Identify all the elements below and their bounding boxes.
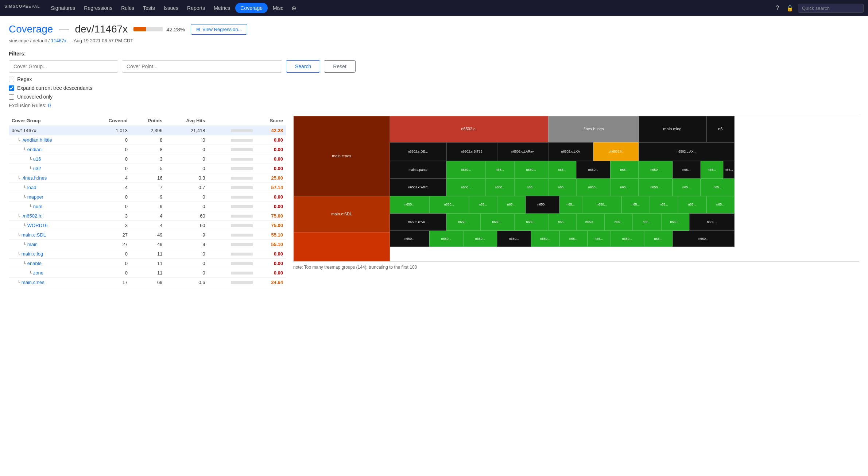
treemap-cell[interactable]: n6502.c. [390,116,548,142]
treemap-cell[interactable]: n6502.c:DE... [390,142,446,161]
cover-group-input[interactable] [9,60,118,73]
nav-tests[interactable]: Tests [139,3,159,13]
nav-coverage[interactable]: Coverage [235,3,268,13]
nav-rules[interactable]: Rules [117,3,138,13]
nav-issues[interactable]: Issues [160,3,182,13]
treemap-cell[interactable]: n65... [633,214,661,231]
treemap-cell[interactable]: n650... [576,178,610,196]
treemap-cell[interactable]: n6502.c:BIT16 [446,142,497,161]
table-row[interactable]: └ mapper0900.00 [9,192,286,202]
treemap-cell[interactable]: n65... [610,178,639,196]
treemap-cell[interactable]: n6502.c:LARay [497,142,548,161]
nav-misc[interactable]: Misc [269,3,287,13]
row-name-link[interactable]: mapper [27,194,43,200]
treemap-cell[interactable]: n650... [531,231,559,247]
treemap-cell[interactable]: n650... [390,231,430,247]
treemap-cell[interactable]: n650... [639,161,673,178]
treemap-cell[interactable]: n6502.c:AX... [390,214,446,231]
treemap-cell[interactable]: n65... [610,161,639,178]
treemap-cell[interactable]: n65... [644,231,673,247]
table-row[interactable]: └ main.c:log01100.00 [9,249,286,259]
treemap-cell[interactable]: n650... [390,196,430,214]
treemap-cell[interactable]: n650... [429,196,469,214]
table-row[interactable]: └ main.c:nes17690.624.64 [9,278,286,287]
treemap-cell[interactable]: n650... [429,231,463,247]
treemap-cell[interactable]: n650... [639,178,673,196]
treemap-cell[interactable]: n65... [559,231,588,247]
row-name-link[interactable]: zone [33,270,43,276]
treemap-cell[interactable]: n6502.c:ARR [390,178,446,196]
row-name-link[interactable]: u16 [33,156,41,162]
treemap-cell[interactable]: n650... [514,214,548,231]
treemap-cell[interactable]: main.c:SDL [294,196,390,233]
treemap-cell[interactable]: n65... [678,196,706,214]
row-name-link[interactable]: load [27,185,36,190]
treemap-cell[interactable]: n65... [559,196,582,214]
table-row[interactable]: └ enable01100.00 [9,259,286,268]
treemap-cell[interactable]: n65... [486,161,514,178]
treemap-cell[interactable]: n650... [582,196,622,214]
table-row[interactable]: └ WORD16346075.00 [9,221,286,230]
treemap-cell[interactable]: n650... [576,161,610,178]
quick-search-input[interactable] [798,4,864,13]
treemap-cell[interactable]: n6 [706,116,735,142]
treemap-cell[interactable]: n65... [469,196,497,214]
exclusion-count-link[interactable]: 0 [48,103,51,108]
table-row[interactable]: └ u160300.00 [9,154,286,164]
treemap-cell[interactable]: n65... [650,196,678,214]
treemap-cell[interactable]: n65... [706,196,735,214]
row-name-link[interactable]: endian [27,147,42,152]
help-icon[interactable]: ? [773,3,782,14]
treemap-cell[interactable]: n65... [605,214,633,231]
row-name-link[interactable]: ./n6502.h: [22,213,43,219]
treemap-cell[interactable]: ./ines.h:ines [548,116,639,142]
table-row[interactable]: └ main.c:SDL2749955.10 [9,230,286,240]
treemap-cell[interactable]: n650... [446,161,486,178]
treemap-cell[interactable]: n65... [548,214,577,231]
breadcrumb-run-link[interactable]: 11467x [51,38,67,43]
treemap-cell[interactable]: n65... [621,196,650,214]
search-button[interactable]: Search [286,60,320,73]
nav-reports[interactable]: Reports [183,3,209,13]
row-name-link[interactable]: ./ines.h:ines [22,175,47,181]
table-row[interactable]: └ num0900.00 [9,202,286,211]
treemap-cell[interactable]: n650... [463,231,497,247]
treemap-cell[interactable]: n650... [689,214,735,231]
treemap-cell[interactable]: n65... [723,161,735,178]
row-name-link[interactable]: u32 [33,166,41,171]
treemap-cell[interactable]: ./n6502.h: [593,142,639,161]
treemap-cell[interactable]: n65... [673,161,701,178]
row-name-link[interactable]: main [27,242,38,247]
uncovered-checkbox[interactable] [9,94,14,100]
row-name-link[interactable]: dev/11467x [12,128,36,133]
table-row[interactable]: └ main2749955.10 [9,240,286,249]
treemap-cell[interactable]: n650... [514,161,548,178]
table-row[interactable]: dev/11467x1,0132,39621,41842.28 [9,126,286,135]
table-row[interactable]: └ zone01100.00 [9,268,286,278]
nav-metrics[interactable]: Metrics [210,3,234,13]
table-row[interactable]: └ ./n6502.h:346075.00 [9,211,286,221]
nav-regressions[interactable]: Regressions [80,3,116,13]
row-name-link[interactable]: main.c:log [22,251,43,257]
row-name-link[interactable]: num [33,204,42,209]
treemap-cell[interactable]: n650... [576,214,605,231]
regex-checkbox[interactable] [9,77,14,82]
table-row[interactable]: └ ./endian.h:little0800.00 [9,135,286,145]
treemap-cell[interactable]: n6502.c:LXA [548,142,593,161]
treemap-cell[interactable]: n650... [610,231,644,247]
cover-point-input[interactable] [122,60,282,73]
treemap-cell[interactable] [294,232,390,261]
treemap-cell[interactable]: main.c:parse [390,161,446,178]
treemap-cell[interactable]: n65... [701,161,723,178]
view-regression-button[interactable]: ⊞ View Regression... [191,24,247,35]
treemap-cell[interactable]: n650... [486,178,514,196]
table-row[interactable]: └ ./ines.h:ines4160.325.00 [9,173,286,183]
row-name-link[interactable]: main.c:SDL [22,232,46,238]
table-row[interactable]: └ load470.757.14 [9,183,286,192]
treemap-cell[interactable]: n65... [588,231,610,247]
nav-signatures[interactable]: Signatures [47,3,79,13]
treemap-cell[interactable]: n650... [446,214,480,231]
clock-icon[interactable]: ⊕ [288,3,299,14]
row-name-link[interactable]: ./endian.h:little [22,137,52,143]
treemap-cell[interactable]: n650... [497,231,531,247]
